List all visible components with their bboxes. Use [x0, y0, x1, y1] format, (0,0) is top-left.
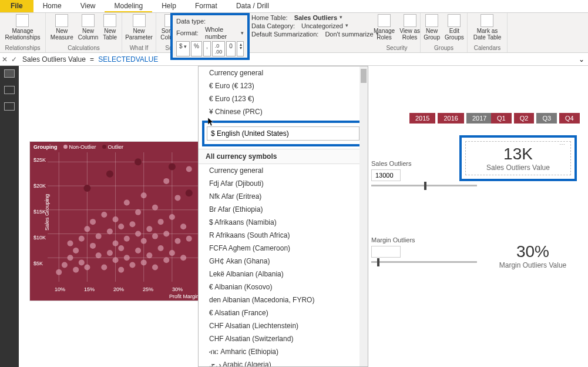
mark-as-date-table-button[interactable]: Mark as Date Table	[473, 14, 502, 41]
menu-bar: File Home View Modeling Help Format Data…	[0, 0, 588, 13]
formula-expand-icon[interactable]: ⌄	[579, 55, 584, 64]
q4[interactable]: Q4	[559, 113, 580, 124]
currency-format-dropdown: Currency general€ Euro (€ 123)€ Euro (12…	[198, 66, 368, 367]
year-2017[interactable]: 2017	[466, 113, 492, 124]
currency-button[interactable]: $	[176, 41, 190, 56]
formula-bar[interactable]: ✕ ✓ Sales Outliers Value = SELECTEDVALUE…	[0, 53, 588, 66]
dropdown-item[interactable]: Lekë Albanian (Albania)	[199, 268, 368, 281]
new-group-button[interactable]: New Group	[424, 14, 440, 41]
svg-point-28	[113, 257, 119, 263]
svg-point-10	[56, 269, 62, 275]
group-security-label: Security	[386, 45, 407, 51]
svg-point-32	[118, 245, 124, 251]
view-as-roles-button[interactable]: View as Roles	[399, 14, 420, 41]
dropdown-item[interactable]: Nfk Afar (Eritrea)	[199, 190, 368, 203]
formula-commit-icon[interactable]: ✓	[11, 55, 17, 64]
decimals-stepper[interactable]: ▴▾	[237, 41, 244, 56]
svg-point-48	[152, 233, 158, 239]
new-parameter-button[interactable]: New Parameter	[125, 14, 153, 41]
menu-help[interactable]: Help	[152, 0, 186, 12]
dropdown-item[interactable]: ብር Amharic (Ethiopia)	[199, 345, 368, 358]
svg-point-22	[96, 252, 102, 258]
visual-options-icon[interactable]: ⋯	[559, 141, 565, 148]
dropdown-item[interactable]: € Alsatian (France)	[199, 306, 368, 319]
edit-groups-button[interactable]: Edit Groups	[445, 14, 464, 41]
menu-home[interactable]: Home	[33, 0, 71, 12]
ytick: $25K	[33, 157, 46, 163]
menu-format[interactable]: Format	[186, 0, 227, 12]
svg-point-67	[186, 189, 193, 196]
view-switcher	[0, 66, 19, 367]
sales-kpi-card[interactable]: ⋯ 13K Sales Outliers Value	[459, 135, 577, 181]
dropdown-scrollbar[interactable]	[359, 66, 368, 366]
svg-point-43	[141, 238, 147, 244]
manage-relationships-button[interactable]: Manage Relationships	[5, 14, 40, 41]
new-table-button[interactable]: New Table	[103, 14, 117, 41]
dropdown-item[interactable]: den Albanian (Macedonia, FYRO)	[199, 293, 368, 306]
dropdown-item[interactable]: € Albanian (Kosovo)	[199, 281, 368, 293]
svg-point-18	[84, 226, 90, 232]
xtick: 10%	[55, 286, 65, 292]
dropdown-item[interactable]: FCFA Aghem (Cameroon)	[199, 242, 368, 255]
q2[interactable]: Q2	[514, 113, 535, 124]
svg-point-25	[101, 212, 107, 218]
menu-file[interactable]: File	[0, 0, 33, 12]
report-canvas: 2015 2016 2017 Q1 Q2 Q3 Q4 Grouping Non-…	[19, 66, 588, 367]
dropdown-item[interactable]: € Euro (€ 123)	[199, 79, 368, 92]
percent-button[interactable]: %	[191, 41, 202, 56]
dropdown-search-input[interactable]	[207, 126, 359, 141]
svg-point-51	[158, 219, 164, 225]
svg-point-13	[68, 241, 73, 246]
svg-point-11	[62, 262, 68, 268]
x-axis-label: Profit Margin	[169, 293, 199, 299]
comma-button[interactable]: ,	[203, 41, 211, 56]
svg-point-19	[84, 265, 90, 271]
menu-modeling[interactable]: Modeling	[105, 0, 152, 12]
q3[interactable]: Q3	[536, 113, 557, 124]
svg-point-55	[169, 250, 175, 256]
dropdown-section-header: All currency symbols	[199, 149, 368, 164]
dropdown-item[interactable]: Currency general	[199, 164, 368, 177]
group-groups-label: Groups	[434, 45, 453, 51]
dropdown-item[interactable]: Currency general	[199, 66, 368, 79]
model-view-icon[interactable]	[4, 102, 15, 111]
dropdown-item[interactable]: GH₵ Akan (Ghana)	[199, 255, 368, 268]
format-dropdown[interactable]: Format: Whole number	[176, 26, 244, 40]
dropdown-item[interactable]: CHF Alsatian (Switzerland)	[199, 332, 368, 345]
decimals-spinner[interactable]: 0	[226, 41, 236, 56]
dropdown-item[interactable]: د.ج.‏ Arabic (Algeria)	[199, 358, 368, 367]
menu-view[interactable]: View	[71, 0, 105, 12]
margin-outliers-track[interactable]	[371, 261, 477, 263]
svg-point-16	[79, 236, 85, 242]
svg-point-33	[118, 223, 124, 229]
year-2016[interactable]: 2016	[438, 113, 463, 124]
report-view-icon[interactable]	[4, 69, 15, 78]
dropdown-item[interactable]: R Afrikaans (South Africa)	[199, 229, 368, 242]
group-calculations-label: Calculations	[68, 45, 99, 51]
svg-point-31	[118, 267, 124, 273]
scatter-plot	[48, 152, 200, 282]
q1[interactable]: Q1	[491, 113, 512, 124]
svg-point-61	[186, 236, 192, 242]
dropdown-item[interactable]: CHF Alsatian (Liechtenstein)	[199, 319, 368, 332]
margin-kpi-card[interactable]: 30% Margin Outliers Value	[483, 242, 583, 269]
formula-cancel-icon[interactable]: ✕	[2, 55, 8, 64]
svg-point-39	[135, 248, 141, 253]
menu-datadrill[interactable]: Data / Drill	[227, 0, 278, 12]
dropdown-item[interactable]: Fdj Afar (Djibouti)	[199, 177, 368, 190]
new-column-button[interactable]: New Column	[78, 14, 98, 41]
margin-outliers-input[interactable]	[371, 246, 401, 258]
data-view-icon[interactable]	[4, 86, 15, 94]
dropdown-item[interactable]: ¥ Chinese (PRC)	[199, 105, 368, 118]
dropdown-list: Currency generalFdj Afar (Djibouti)Nfk A…	[199, 164, 368, 367]
year-2015[interactable]: 2015	[409, 113, 435, 124]
dropdown-item[interactable]: $ Afrikaans (Namibia)	[199, 216, 368, 229]
ytick: $5K	[33, 261, 43, 266]
new-measure-button[interactable]: New Measure	[51, 14, 73, 41]
scatter-visual[interactable]: Grouping Non-Outlier Outlier $25K $20K $…	[29, 141, 206, 301]
svg-point-63	[83, 185, 90, 192]
sales-outliers-track[interactable]	[371, 185, 477, 186]
sales-outliers-input[interactable]	[371, 169, 401, 181]
dropdown-item[interactable]: Br Afar (Ethiopia)	[199, 203, 368, 216]
dropdown-item[interactable]: € Euro (123 €)	[199, 92, 368, 105]
